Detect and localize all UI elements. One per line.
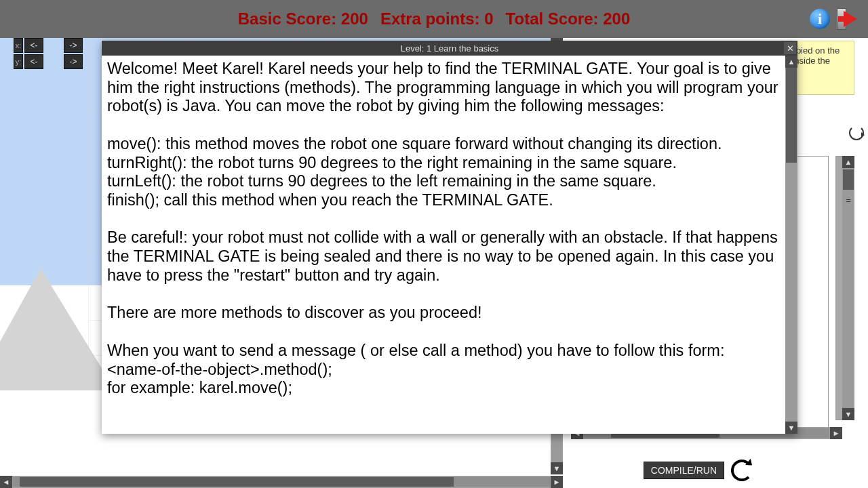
total-score-value: 200 — [603, 9, 630, 28]
scroll-track[interactable] — [13, 477, 550, 487]
x-increase-button[interactable]: -> — [64, 38, 83, 53]
info-icon[interactable]: i — [810, 9, 830, 29]
basic-score-label: Basic Score: — [238, 9, 336, 28]
ramp-shape — [0, 268, 115, 390]
scroll-track[interactable] — [785, 68, 797, 422]
scroll-thumb[interactable] — [843, 169, 854, 190]
scroll-right-button[interactable]: ► — [830, 427, 842, 439]
total-score: Total Score: 200 — [506, 9, 631, 28]
dialog-titlebar[interactable]: Level: 1 Learn the basics ✕ — [102, 41, 797, 56]
extra-points-label: Extra points: — [380, 9, 480, 28]
compile-run-button[interactable]: COMPILE/RUN — [644, 462, 724, 479]
scroll-down-button[interactable]: ▼ — [551, 462, 563, 474]
game-horizontal-scrollbar[interactable]: ◄ ► — [0, 476, 563, 488]
dialog-title-text: Level: 1 Learn the basics — [401, 43, 499, 54]
top-bar: Basic Score: 200 Extra points: 0 Total S… — [0, 0, 868, 38]
scroll-left-button[interactable]: ◄ — [0, 476, 12, 488]
dialog-body-text: Welcome! Meet Karel! Karel needs your he… — [102, 56, 785, 434]
x-label: x: — [14, 38, 23, 53]
exit-icon[interactable] — [834, 5, 861, 33]
dialog-vertical-scrollbar[interactable]: ▲ ▼ — [785, 56, 797, 434]
code-vertical-scrollbar[interactable]: ▲ = ▼ — [842, 156, 854, 420]
refresh-icon[interactable] — [849, 125, 864, 140]
basic-score: Basic Score: 200 — [238, 9, 368, 28]
close-icon[interactable]: ✕ — [784, 42, 796, 54]
extra-points: Extra points: 0 — [380, 9, 494, 28]
scroll-down-button[interactable]: ▼ — [785, 422, 797, 434]
y-decrease-button[interactable]: <- — [24, 54, 43, 69]
compile-run-area: COMPILE/RUN — [644, 460, 753, 481]
scroll-down-button[interactable]: ▼ — [842, 408, 854, 420]
restart-icon[interactable] — [731, 460, 753, 481]
scroll-track[interactable]: = — [842, 168, 854, 408]
equals-marker: = — [844, 195, 852, 205]
basic-score-value: 200 — [341, 9, 368, 28]
arrow-head — [844, 11, 857, 27]
scroll-up-button[interactable]: ▲ — [842, 156, 854, 168]
scroll-right-button[interactable]: ► — [551, 476, 563, 488]
scroll-thumb[interactable] — [20, 477, 454, 487]
scroll-thumb[interactable] — [786, 68, 797, 163]
y-increase-button[interactable]: -> — [64, 54, 83, 69]
scroll-up-button[interactable]: ▲ — [785, 56, 797, 68]
total-score-label: Total Score: — [506, 9, 599, 28]
x-decrease-button[interactable]: <- — [24, 38, 43, 53]
level-dialog: Level: 1 Learn the basics ✕ Welcome! Mee… — [102, 41, 797, 434]
y-label: y: — [14, 54, 23, 69]
coordinate-pad: x: <- -> y: <- -> — [14, 38, 83, 70]
extra-points-value: 0 — [484, 9, 493, 28]
scores: Basic Score: 200 Extra points: 0 Total S… — [238, 9, 630, 28]
